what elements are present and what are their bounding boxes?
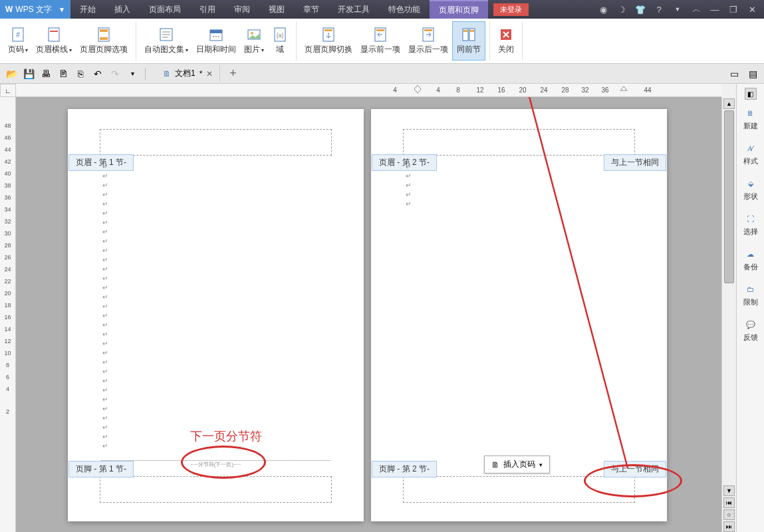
feedback-icon: 💬 [744, 318, 757, 331]
scroll-thumb[interactable] [724, 110, 734, 283]
tab-review[interactable]: 审阅 [225, 0, 259, 19]
browse-object-button[interactable]: ○ [723, 509, 735, 520]
svg-marker-32 [620, 86, 627, 90]
wps-logo-icon: W [5, 5, 13, 14]
page-number-button[interactable]: # 页码▾ [4, 21, 32, 61]
quick-access-bar: 📂 💾 🖶 🖹 ⎘ ↶ ↷ ▾ 🗎 文档1 * ✕ + ▭ ▤ [0, 64, 764, 84]
date-time-button[interactable]: 日期和时间 [192, 21, 240, 61]
toolbar-option1[interactable]: ▭ [727, 66, 741, 81]
picture-icon [246, 27, 262, 43]
svg-text:#: # [16, 31, 20, 39]
auto-text-button[interactable]: 自动图文集▾ [140, 21, 192, 61]
insert-page-number-button[interactable]: 🗎 插入页码 ▾ [484, 456, 550, 473]
svg-point-14 [215, 36, 217, 37]
restrict-icon: 🗀 [744, 283, 757, 296]
page2-paragraph-marks: ↵↵↵↵↵ [406, 162, 411, 209]
ruler-indent-marker-left[interactable] [414, 84, 422, 96]
tab-start[interactable]: 开始 [70, 0, 105, 19]
shirt-icon[interactable]: 👕 [635, 4, 646, 15]
vertical-scrollbar[interactable]: ▲ ▼ ⏮ ○ ⏭ [721, 97, 736, 532]
same-as-prev-button[interactable]: 同前节 [452, 21, 485, 61]
document-canvas[interactable]: 页眉 - 第 1 节- ↵↵↵↵↵↵↵↵↵↵↵↵↵↵↵↵↵↵↵↵↵↵↵↵↵↵↵↵… [16, 97, 721, 532]
chevron-down-icon[interactable]: ▼ [672, 4, 683, 15]
scroll-up-button[interactable]: ▲ [723, 98, 735, 109]
close-hf-button[interactable]: 关闭 [494, 21, 518, 61]
svg-rect-6 [100, 37, 108, 40]
save-button[interactable]: 💾 [21, 66, 36, 81]
sidebar-styles[interactable]: A⁄ 样式 [742, 138, 759, 170]
tab-special[interactable]: 特色功能 [379, 0, 430, 19]
svg-rect-12 [210, 30, 222, 33]
horizontal-ruler[interactable]: 4 4 8 12 16 20 24 28 32 36 44 [16, 84, 721, 97]
styles-icon: A⁄ [744, 142, 757, 155]
undo-button[interactable]: ↶ [90, 66, 105, 81]
svg-point-17 [251, 32, 253, 35]
qa-dropdown[interactable]: ▾ [125, 66, 140, 81]
close-icon[interactable]: ✕ [747, 4, 757, 15]
ruler-corner[interactable]: ∟ [0, 84, 16, 97]
hf-options-button[interactable]: 页眉页脚选项 [76, 21, 132, 61]
tab-view[interactable]: 视图 [259, 0, 294, 19]
menu-tabs: 开始 插入 页面布局 引用 审阅 视图 章节 开发工具 特色功能 页眉和页脚 [70, 0, 488, 19]
ruler-indent-marker-right[interactable] [620, 84, 628, 96]
app-menu-dropdown-icon[interactable]: ▼ [59, 6, 65, 13]
open-button[interactable]: 📂 [4, 66, 19, 81]
tab-dev-tools[interactable]: 开发工具 [328, 0, 379, 19]
close-hf-icon [498, 27, 514, 43]
new-tab-button[interactable]: + [229, 66, 237, 80]
print-button[interactable]: 🖶 [39, 66, 53, 81]
print-preview-button[interactable]: 🖹 [56, 66, 70, 81]
scroll-down-button[interactable]: ▼ [723, 485, 735, 496]
sidebar-backup[interactable]: ☁ 备份 [742, 243, 759, 276]
sidebar-new[interactable]: 🗎 新建 [742, 102, 759, 135]
doc-icon: 🗎 [163, 69, 171, 78]
page2-header-tag: 页眉 - 第 2 节- [372, 154, 437, 171]
toolbar-option2[interactable]: ▤ [745, 66, 760, 81]
show-prev-icon [372, 27, 388, 43]
page2-header-region[interactable]: 页眉 - 第 2 节- 与上一节相同 [403, 129, 635, 156]
ribbon: # 页码▾ 页眉横线▾ 页眉页脚选项 自动图文集▾ 日期和时间 图片▾ {a} … [0, 19, 764, 64]
page1-header-region[interactable]: 页眉 - 第 1 节- [100, 129, 332, 156]
field-button[interactable]: {a} 域 [268, 21, 292, 61]
annotation-ellipse-1 [181, 446, 266, 479]
page1-footer-region[interactable]: 页脚 - 第 1 节- [100, 476, 332, 503]
sidebar-select[interactable]: ⛶ 选择 [742, 208, 759, 241]
page2-footer-tag: 页脚 - 第 2 节- [372, 461, 437, 477]
document-tab[interactable]: 🗎 文档1 * ✕ [156, 65, 220, 82]
vertical-ruler[interactable]: 48 46 44 42 40 38 36 34 32 30 28 26 24 2… [0, 97, 16, 532]
picture-button[interactable]: 图片▾ [240, 21, 268, 61]
tab-insert[interactable]: 插入 [105, 0, 140, 19]
header-line-button[interactable]: 页眉横线▾ [32, 21, 76, 61]
title-bar: W WPS 文字 ▼ 开始 插入 页面布局 引用 审阅 视图 章节 开发工具 特… [0, 0, 764, 19]
moon-icon[interactable]: ☽ [616, 4, 627, 15]
redo-button[interactable]: ↷ [108, 66, 122, 81]
next-page-button[interactable]: ⏭ [723, 521, 735, 532]
tab-references[interactable]: 引用 [190, 0, 225, 19]
annotation-section-break: 下一页分节符 [190, 428, 262, 444]
hf-switch-button[interactable]: 页眉页脚切换 [301, 21, 356, 61]
prev-page-button[interactable]: ⏮ [723, 497, 735, 508]
svg-rect-5 [100, 29, 108, 32]
sidebar-restrict[interactable]: 🗀 限制 [742, 279, 759, 311]
show-next-button[interactable]: 显示后一项 [404, 21, 452, 61]
page1-footer-tag: 页脚 - 第 1 节- [68, 461, 134, 477]
login-badge[interactable]: 未登录 [493, 3, 529, 16]
minimize-icon[interactable]: — [709, 4, 720, 15]
sidebar-feedback[interactable]: 💬 反馈 [742, 314, 759, 346]
help-icon[interactable]: ? [654, 4, 664, 15]
restore-icon[interactable]: ❐ [728, 4, 739, 15]
tab-page-layout[interactable]: 页面布局 [140, 0, 190, 19]
sidebar-shapes[interactable]: ⬙ 形状 [742, 173, 759, 205]
tab-chapter[interactable]: 章节 [294, 0, 328, 19]
annotation-ellipse-2 [584, 464, 682, 497]
page2-header-link-tag: 与上一节相同 [604, 154, 666, 171]
tab-header-footer[interactable]: 页眉和页脚 [430, 0, 488, 19]
export-button[interactable]: ⎘ [73, 66, 88, 81]
page-number-icon: # [10, 27, 26, 43]
doc-close-button[interactable]: ✕ [206, 69, 213, 78]
app-logo[interactable]: W WPS 文字 ▼ [0, 0, 70, 19]
sync-icon[interactable]: ◉ [598, 4, 608, 15]
collapse-ribbon-icon[interactable]: ︿ [691, 4, 701, 15]
sidebar-toggle[interactable]: ◧ [745, 88, 757, 100]
show-prev-button[interactable]: 显示前一项 [356, 21, 404, 61]
